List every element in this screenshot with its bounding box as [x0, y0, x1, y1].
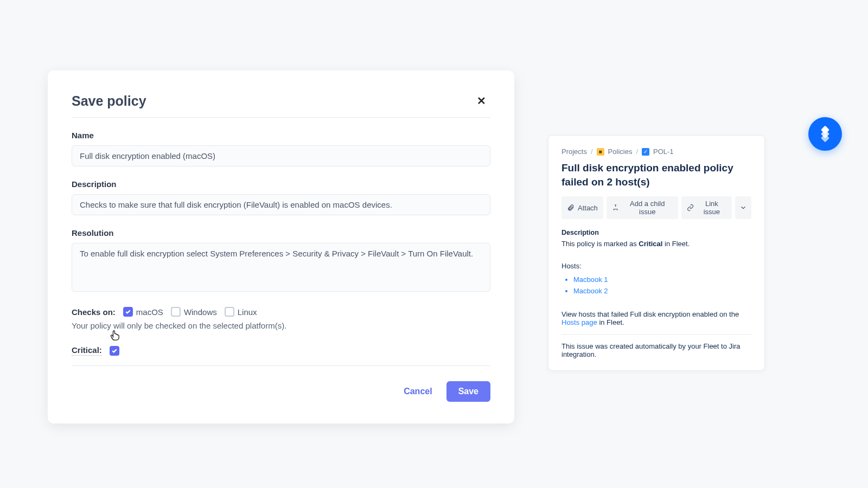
paperclip-icon — [567, 204, 575, 211]
description-label: Description — [72, 179, 490, 189]
jira-panel: Projects / ■ Policies / ✓ POL-1 Full dis… — [548, 135, 765, 371]
resolution-input[interactable]: To enable full disk encryption select Sy… — [72, 243, 490, 292]
issue-type-icon: ✓ — [642, 148, 649, 156]
jira-logo-badge — [808, 117, 842, 151]
checks-help: Your policy will only be checked on the … — [72, 321, 490, 330]
platform-linux[interactable]: Linux — [225, 307, 257, 317]
platform-label-linux: Linux — [238, 307, 257, 317]
resolution-label: Resolution — [72, 228, 490, 237]
critical-row: Critical: — [72, 345, 490, 366]
chevron-down-icon — [739, 204, 747, 211]
modal-footer: Cancel Save — [72, 381, 490, 402]
save-button[interactable]: Save — [446, 381, 490, 402]
name-label: Name — [72, 131, 490, 140]
issue-actions: Attach Add a child issue Link issue — [561, 196, 751, 219]
issue-title: Full disk encryption enabled policy fail… — [561, 161, 751, 189]
link-icon — [687, 204, 694, 211]
add-child-button[interactable]: Add a child issue — [607, 196, 678, 219]
list-item: Macbook 1 — [573, 275, 751, 284]
save-policy-modal: Save policy ✕ Name Description Resolutio… — [48, 70, 514, 423]
view-pre: View hosts that failed Full disk encrypt… — [561, 310, 739, 318]
folder-icon: ■ — [597, 148, 604, 156]
attach-label: Attach — [578, 204, 598, 212]
more-actions-button[interactable] — [735, 196, 751, 219]
hosts-page-link[interactable]: Hosts page — [561, 318, 597, 326]
view-post: in Fleet. — [597, 318, 624, 326]
description-input[interactable] — [72, 194, 490, 215]
view-hosts-text: View hosts that failed Full disk encrypt… — [561, 310, 751, 334]
name-input[interactable] — [72, 145, 490, 166]
host-link[interactable]: Macbook 2 — [573, 287, 608, 295]
list-item: Macbook 2 — [573, 287, 751, 295]
desc-strong: Critical — [639, 240, 662, 248]
modal-title: Save policy — [72, 93, 146, 109]
checks-label: Checks on: — [72, 307, 116, 317]
platform-label-windows: Windows — [184, 307, 217, 317]
breadcrumb-policies[interactable]: Policies — [608, 147, 633, 156]
breadcrumb-projects[interactable]: Projects — [561, 147, 587, 156]
hosts-list: Macbook 1 Macbook 2 — [561, 275, 751, 295]
desc-pre: This policy is marked as — [561, 240, 639, 248]
breadcrumb-sep: / — [636, 147, 638, 156]
cancel-button[interactable]: Cancel — [400, 382, 435, 401]
link-issue-button[interactable]: Link issue — [681, 196, 732, 219]
close-button[interactable]: ✕ — [473, 92, 490, 110]
add-child-label: Add a child issue — [622, 200, 673, 216]
checkbox-windows-icon — [171, 307, 181, 317]
host-link[interactable]: Macbook 1 — [573, 275, 608, 284]
hierarchy-icon — [612, 204, 619, 211]
description-section-label: Description — [561, 229, 751, 236]
description-text: This policy is marked as Critical in Fle… — [561, 240, 751, 248]
breadcrumb-issue[interactable]: POL-1 — [653, 147, 674, 156]
critical-checkbox[interactable] — [110, 346, 119, 356]
breadcrumb: Projects / ■ Policies / ✓ POL-1 — [561, 147, 751, 156]
checkbox-macos-icon — [123, 307, 133, 317]
checks-row: Checks on: macOS Windows Linux — [72, 307, 490, 317]
platform-label-macos: macOS — [136, 307, 163, 317]
desc-post: in Fleet. — [662, 240, 690, 248]
critical-label: Critical: — [72, 345, 102, 356]
link-label: Link issue — [697, 200, 726, 216]
jira-diamond-icon — [817, 126, 833, 142]
hosts-label: Hosts: — [561, 262, 751, 270]
platform-macos[interactable]: macOS — [123, 307, 163, 317]
attach-button[interactable]: Attach — [561, 196, 603, 219]
breadcrumb-sep: / — [591, 147, 593, 156]
platform-windows[interactable]: Windows — [171, 307, 217, 317]
modal-header: Save policy ✕ — [72, 92, 490, 118]
checkbox-linux-icon — [225, 307, 234, 317]
created-by-text: This issue was created automatically by … — [561, 342, 751, 358]
